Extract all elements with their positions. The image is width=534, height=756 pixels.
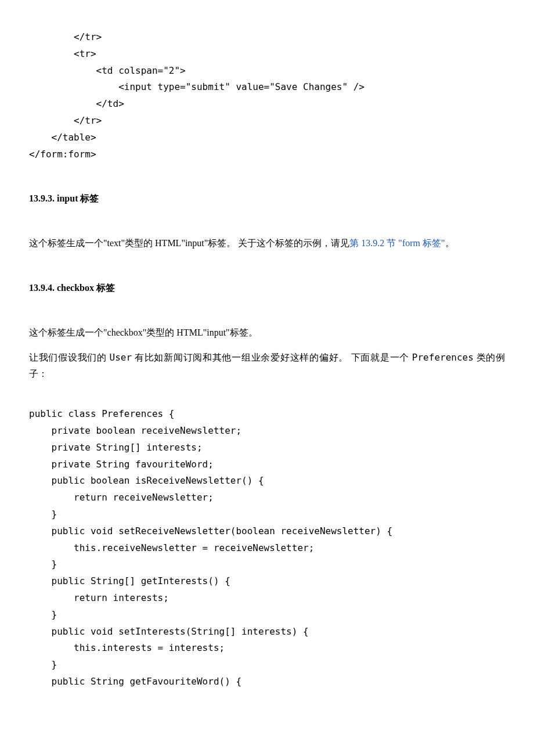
link-form-tag-section[interactable]: 第 13.9.2 节 "form 标签" xyxy=(349,238,445,248)
paragraph-input-desc: 这个标签生成一个"text"类型的 HTML"input"标签。 关于这个标签的… xyxy=(29,235,505,252)
code-block-form: </tr> <tr> <td colspan="2"> <input type=… xyxy=(29,29,505,163)
code-inline-user: User xyxy=(110,352,132,363)
text-pref-b: 有比如新闻订阅和其他一组业余爱好这样的偏好。 下面就是一个 xyxy=(132,352,412,362)
paragraph-checkbox-desc: 这个标签生成一个"checkbox"类型的 HTML"input"标签。 xyxy=(29,325,505,341)
code-inline-preferences: Preferences xyxy=(412,352,474,363)
section-heading-checkbox: 13.9.4. checkbox 标签 xyxy=(29,280,505,297)
paragraph-preferences-desc: 让我们假设我们的 User 有比如新闻订阅和其他一组业余爱好这样的偏好。 下面就… xyxy=(29,350,505,383)
text-pref-a: 让我们假设我们的 xyxy=(29,352,110,362)
text-input-desc-a: 这个标签生成一个"text"类型的 HTML"input"标签。 关于这个标签的… xyxy=(29,238,349,248)
section-heading-input: 13.9.3. input 标签 xyxy=(29,190,505,207)
text-input-desc-b: 。 xyxy=(445,238,454,248)
code-block-preferences: public class Preferences { private boole… xyxy=(29,406,505,690)
